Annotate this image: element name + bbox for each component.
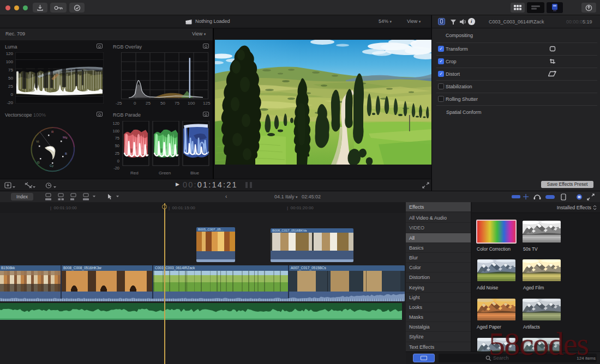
svg-text:Yl: Yl (36, 140, 39, 143)
svg-text:R: R (51, 130, 54, 134)
svg-text:B: B (65, 152, 67, 155)
svg-text:Mg: Mg (63, 136, 67, 139)
svg-text:Cy: Cy (50, 164, 53, 167)
svg-text:G: G (37, 161, 40, 164)
